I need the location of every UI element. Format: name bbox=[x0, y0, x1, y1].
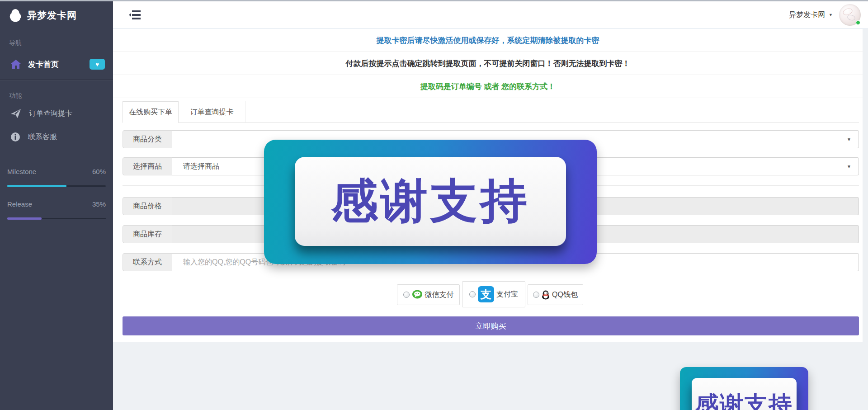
user-dropdown[interactable]: 异梦发卡网 ▼ bbox=[789, 10, 833, 20]
milestone-progressbar bbox=[7, 185, 106, 187]
brand-name: 异梦发卡网 bbox=[27, 9, 77, 22]
home-icon bbox=[11, 60, 21, 69]
sidebar-progress-section: Milestone 60% Release 35% bbox=[7, 168, 106, 219]
thanks-badge-card: 感谢支持 bbox=[295, 157, 566, 246]
heart-badge: ♥ bbox=[90, 59, 105, 70]
sidebar-section-nav: 导航 bbox=[0, 39, 113, 47]
window-top-edge bbox=[0, 0, 868, 1]
milestone-percent: 60% bbox=[92, 168, 106, 175]
sidebar-item-label: 联系客服 bbox=[28, 132, 57, 142]
sidebar-divider bbox=[0, 80, 113, 80]
payment-option-wechat[interactable]: 微信支付 bbox=[397, 284, 460, 305]
online-status-dot bbox=[856, 20, 860, 25]
paper-plane-icon bbox=[11, 109, 21, 118]
heart-icon: ♥ bbox=[95, 61, 99, 67]
thanks-text: 感谢支持 bbox=[695, 389, 793, 410]
alipay-icon: 支 bbox=[478, 286, 494, 302]
payment-label: 支付宝 bbox=[496, 290, 518, 299]
tab-order-query[interactable]: 订单查询提卡 bbox=[179, 101, 245, 123]
qq-wallet-icon bbox=[542, 290, 550, 300]
wechat-pay-icon bbox=[412, 290, 423, 300]
product-label: 选择商品 bbox=[123, 157, 172, 175]
payment-option-alipay[interactable]: 支 支付宝 bbox=[462, 281, 525, 307]
stock-label: 商品库存 bbox=[123, 225, 172, 243]
sidebar-item-order-query[interactable]: 订单查询提卡 bbox=[0, 104, 113, 123]
sidebar: 异梦发卡网 导航 发卡首页 ♥ 功能 订单查询提卡 bbox=[0, 1, 113, 410]
sidebar-item-label: 订单查询提卡 bbox=[29, 109, 72, 118]
tab-online-purchase[interactable]: 在线购买下单 bbox=[123, 101, 179, 123]
release-label: Release bbox=[7, 200, 32, 208]
wechat-radio[interactable] bbox=[403, 292, 410, 298]
price-label: 商品价格 bbox=[123, 197, 172, 215]
sidebar-item-home-label: 发卡首页 bbox=[28, 59, 59, 70]
category-label: 商品分类 bbox=[123, 130, 172, 148]
sidebar-section-func: 功能 bbox=[0, 92, 113, 100]
notice-banner: 提取卡密后请尽快激活使用或保存好，系统定期清除被提取的卡密 bbox=[113, 29, 863, 52]
top-header: 异梦发卡网 ▼ bbox=[113, 1, 868, 29]
product-value: 请选择商品 bbox=[183, 162, 219, 171]
menu-fold-icon[interactable] bbox=[129, 10, 142, 20]
user-name: 异梦发卡网 bbox=[789, 10, 825, 20]
sidebar-item-home[interactable]: 发卡首页 ♥ bbox=[0, 53, 113, 75]
payment-label: 微信支付 bbox=[425, 290, 454, 300]
avatar[interactable] bbox=[839, 4, 861, 26]
info-circle-icon bbox=[11, 132, 20, 141]
thanks-badge-overlay: 感谢支持 bbox=[264, 140, 597, 264]
payment-option-qq-wallet[interactable]: QQ钱包 bbox=[528, 284, 583, 305]
tab-bar: 在线购买下单 订单查询提卡 bbox=[113, 101, 863, 123]
release-percent: 35% bbox=[92, 200, 106, 208]
release-progressbar bbox=[7, 218, 106, 219]
sidebar-item-contact-support[interactable]: 联系客服 bbox=[0, 127, 113, 147]
caret-down-icon: ▼ bbox=[847, 137, 851, 142]
payment-label: QQ钱包 bbox=[552, 290, 578, 300]
thanks-text: 感谢支持 bbox=[331, 170, 530, 233]
caret-down-icon: ▼ bbox=[847, 164, 851, 169]
thanks-badge-overlay-small: 感谢支持 bbox=[680, 367, 808, 410]
qq-radio[interactable] bbox=[533, 292, 539, 298]
thanks-badge-card: 感谢支持 bbox=[692, 378, 797, 410]
alipay-radio[interactable] bbox=[469, 291, 476, 297]
milestone-label: Milestone bbox=[7, 168, 36, 175]
chevron-down-icon: ▼ bbox=[829, 13, 833, 17]
buy-now-button[interactable]: 立即购买 bbox=[123, 316, 859, 335]
notice-banner: 提取码是订单编号 或者 您的联系方式！ bbox=[113, 75, 863, 98]
contact-label: 联系方式 bbox=[123, 253, 172, 271]
notice-banner: 付款后按提示点击确定跳转到提取页面，不可提前关闭窗口！否则无法提取到卡密！ bbox=[113, 52, 863, 75]
penguin-logo-icon bbox=[9, 9, 22, 22]
brand-logo[interactable]: 异梦发卡网 bbox=[0, 1, 113, 29]
